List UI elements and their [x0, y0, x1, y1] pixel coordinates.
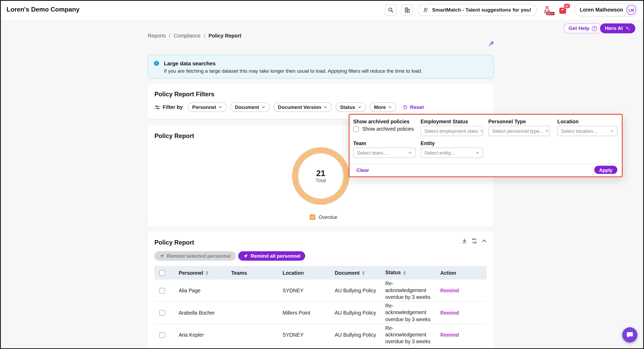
notification-count-badge: 22	[563, 3, 570, 9]
filter-status-button[interactable]: Status	[335, 102, 366, 112]
column-header-action: Action	[435, 270, 487, 276]
chevron-down-icon	[408, 151, 412, 155]
column-header-teams: Teams	[226, 270, 278, 276]
employment-status-select[interactable]: Select employment statu	[421, 126, 483, 136]
policy-report-table-card: Policy Report Remind selected personnel …	[148, 231, 494, 349]
screenshot-viewport: Loren's Demo Company SmartMatch - Talent…	[0, 0, 644, 349]
cell-location: SYDNEY	[278, 332, 330, 338]
breadcrumb-reports[interactable]: Reports	[148, 33, 166, 39]
location-select[interactable]: Select location...	[557, 126, 617, 136]
cell-document: AU Bullying Policy	[330, 332, 380, 338]
policy-report-table: Personnel Teams Location Document Status	[154, 266, 487, 346]
breadcrumb-compliance[interactable]: Compliance	[174, 33, 201, 39]
get-help-button[interactable]: Get Help ?	[564, 23, 602, 33]
company-name: Loren's Demo Company	[7, 6, 79, 13]
donut-total-label: Total	[316, 178, 326, 183]
donut-total-value: 21	[316, 168, 325, 177]
remind-selected-button[interactable]: Remind selected personnel	[154, 251, 236, 261]
team-select[interactable]: Select team...	[353, 148, 416, 158]
more-filters-panel: Show archived policies Show archived pol…	[349, 114, 623, 177]
remind-link[interactable]: Remind	[440, 332, 459, 338]
reset-filters-button[interactable]: Reset	[403, 104, 424, 110]
hero-ai-button[interactable]: Hero AI	[600, 23, 635, 33]
breadcrumb-separator: /	[169, 33, 170, 39]
info-icon	[154, 60, 159, 66]
table-row: Arabella Bocher Millers Point AU Bullyin…	[154, 302, 487, 324]
show-archived-checkbox-label: Show archived policies	[362, 126, 414, 132]
entity-select[interactable]: Select entity...	[421, 148, 483, 158]
sort-icon	[362, 271, 364, 275]
row-checkbox[interactable]	[159, 332, 165, 338]
row-checkbox[interactable]	[159, 310, 165, 316]
cell-status: Re-acknowledgement overdue by 3 weeks	[380, 325, 435, 345]
sparkles-icon	[625, 26, 630, 31]
entity-label: Entity	[421, 141, 435, 146]
sort-icon	[206, 271, 208, 275]
remind-link[interactable]: Remind	[440, 310, 459, 316]
beta-badge: BETA	[546, 12, 554, 15]
table-row: Alia Page SYDNEY AU Bullying Policy Re-a…	[154, 280, 487, 302]
chevron-up-icon	[388, 105, 392, 109]
column-header-document[interactable]: Document	[330, 270, 380, 276]
avatar: LM	[626, 5, 636, 15]
column-header-status[interactable]: Status	[380, 269, 435, 276]
collapse-chevron-up-icon[interactable]	[481, 238, 487, 244]
overdue-donut-chart[interactable]: 21 Total	[292, 147, 349, 205]
cell-document: AU Bullying Policy	[330, 288, 380, 293]
apply-filters-button[interactable]: Apply	[594, 166, 617, 174]
cell-status: Re-acknowledgement overdue by 3 weeks	[380, 281, 435, 300]
show-archived-label: Show archived policies	[353, 119, 410, 125]
download-icon[interactable]	[462, 238, 467, 244]
refresh-icon[interactable]	[472, 238, 477, 244]
get-help-label: Get Help	[569, 25, 589, 31]
profile-menu-button[interactable]: Loren Mathewson LM	[574, 3, 638, 17]
row-checkbox[interactable]	[159, 288, 165, 293]
remind-all-button[interactable]: Remind all personnel	[238, 251, 305, 261]
employment-status-label: Employment Status	[421, 119, 468, 125]
top-bar-actions: SmartMatch - Talent suggestions for you!…	[385, 0, 638, 20]
cell-status: Re-acknowledgement overdue by 3 weeks	[380, 303, 435, 323]
chevron-down-icon	[358, 105, 361, 109]
chevron-down-icon	[546, 129, 549, 133]
policy-report-filters-card: Policy Report Filters Filter by Personne…	[148, 84, 494, 119]
chart-legend: Overdue	[310, 214, 337, 220]
send-icon	[243, 253, 248, 258]
breadcrumb: Reports / Compliance / Policy Report	[148, 33, 241, 39]
filter-personnel-button[interactable]: Personnel	[188, 102, 227, 112]
filter-document-button[interactable]: Document	[230, 102, 270, 112]
filters-card-title: Policy Report Filters	[154, 91, 214, 98]
location-label: Location	[557, 119, 578, 125]
select-all-checkbox[interactable]	[159, 270, 165, 276]
notifications-button[interactable]: 22	[557, 4, 570, 16]
legend-overdue-label: Overdue	[319, 214, 337, 220]
labs-beta-button[interactable]: BETA	[541, 4, 553, 16]
top-bar: Loren's Demo Company SmartMatch - Talent…	[0, 0, 644, 20]
chevron-down-icon	[476, 151, 479, 155]
personnel-type-label: Personnel Type	[488, 119, 526, 125]
column-header-personnel[interactable]: Personnel	[174, 270, 226, 276]
reset-icon	[403, 105, 408, 110]
large-data-info-banner: Large data searches If you are fetching …	[148, 55, 494, 78]
cell-personnel: Aria Kepler	[174, 332, 226, 338]
user-name: Loren Mathewson	[580, 7, 623, 13]
clear-filters-link[interactable]: Clear	[356, 167, 369, 173]
filter-by-label: Filter by	[163, 104, 183, 110]
chevron-down-icon	[480, 129, 483, 133]
smartmatch-button[interactable]: SmartMatch - Talent suggestions for you!	[418, 4, 537, 16]
legend-overdue-checkbox[interactable]	[310, 214, 315, 220]
breadcrumb-separator: /	[204, 33, 205, 39]
send-icon	[159, 253, 164, 258]
chat-launcher-button[interactable]	[622, 327, 637, 342]
organisation-button[interactable]	[401, 4, 413, 16]
filter-more-button[interactable]: More	[370, 102, 397, 112]
filter-document-version-button[interactable]: Document Version	[273, 102, 332, 112]
smartmatch-label: SmartMatch - Talent suggestions for you!	[432, 7, 531, 13]
smartmatch-icon	[423, 7, 429, 13]
show-archived-checkbox[interactable]	[353, 126, 359, 132]
remind-buttons-row: Remind selected personnel Remind all per…	[154, 251, 305, 261]
search-button[interactable]	[385, 4, 397, 16]
cell-personnel: Arabella Bocher	[174, 310, 226, 316]
remind-link[interactable]: Remind	[440, 288, 459, 293]
pin-page-icon[interactable]	[488, 40, 495, 47]
personnel-type-select[interactable]: Select personnel type...	[488, 126, 550, 136]
